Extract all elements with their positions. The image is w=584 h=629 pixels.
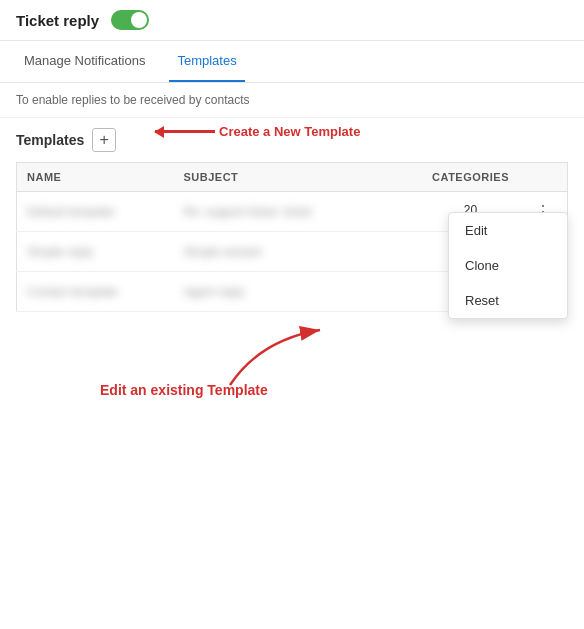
tab-manage-notifications[interactable]: Manage Notifications [16,41,153,82]
add-template-button[interactable]: + [92,128,116,152]
header: Ticket reply [0,0,584,41]
row3-subject-text: Agent reply [184,285,245,299]
table-header-row: NAME SUBJECT CATEGORIES [17,163,568,192]
toggle-wrap[interactable] [111,10,149,30]
row2-subject-text: Simple answer [184,245,263,259]
toggle-slider [111,10,149,30]
dropdown-item-clone[interactable]: Clone [449,248,567,283]
row1-subject: Re: support ticket: ticket [174,192,423,232]
templates-label: Templates [16,132,84,148]
create-annotation: Create a New Template [155,124,360,139]
edit-annotation-area: Edit an existing Template [0,320,584,420]
row2-subject: Simple answer [174,232,423,272]
bottom-spacer [0,420,584,600]
row1-name: Default template [17,192,174,232]
page-title: Ticket reply [16,12,99,29]
row2-name: Simple reply [17,232,174,272]
templates-header: Templates + Create a New Template [0,118,584,162]
tab-templates[interactable]: Templates [169,41,244,82]
edit-annotation-text: Edit an existing Template [100,382,268,398]
col-header-categories: CATEGORIES [422,163,519,192]
edit-annotation-arrow [200,320,340,390]
row2-name-text: Simple reply [27,245,93,259]
dropdown-item-edit[interactable]: Edit [449,213,567,248]
row1-name-text: Default template [27,205,114,219]
col-header-actions [519,163,568,192]
context-dropdown-menu: Edit Clone Reset [448,212,568,319]
col-header-subject: SUBJECT [174,163,423,192]
templates-table-wrap: NAME SUBJECT CATEGORIES Default template… [0,162,584,312]
col-header-name: NAME [17,163,174,192]
row1-subject-text: Re: support ticket: ticket [184,205,312,219]
row3-subject: Agent reply [174,272,423,312]
row3-name: Contact template [17,272,174,312]
description-text: To enable replies to be received by cont… [0,83,584,118]
create-annotation-text: Create a New Template [219,124,360,139]
row3-name-text: Contact template [27,285,118,299]
ticket-reply-toggle[interactable] [111,10,149,30]
tabs-bar: Manage Notifications Templates [0,41,584,83]
dropdown-item-reset[interactable]: Reset [449,283,567,318]
arrow-left-icon [155,130,215,133]
